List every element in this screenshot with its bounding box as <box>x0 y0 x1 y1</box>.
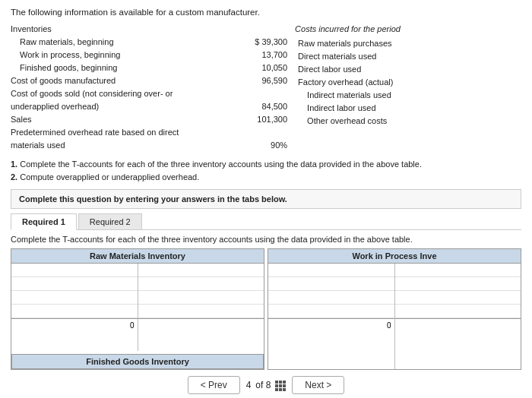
t-account-wip: Work in Process Inve 0 <box>268 248 521 370</box>
tab-required-1[interactable]: Required 1 <box>11 213 77 230</box>
item-label-1: Raw materials, beginning <box>11 36 234 49</box>
left-item-2: Work in process, beginning 13,700 <box>11 49 287 62</box>
left-item-3: Finished goods, beginning 10,050 <box>11 62 287 74</box>
t-row[interactable] <box>395 291 521 305</box>
item-value-4: 96,590 <box>234 74 287 87</box>
next-button[interactable]: Next > <box>292 376 344 394</box>
item-value-3: 10,050 <box>234 62 287 74</box>
left-item-4: Cost of goods manufactured 96,590 <box>11 74 287 87</box>
right-item-5: Indirect labor used <box>295 102 521 115</box>
item-value-5 <box>234 87 287 100</box>
right-section-title: Costs incurred for the period <box>295 23 521 36</box>
t-row[interactable] <box>138 305 264 318</box>
right-item-1: Direct materials used <box>295 50 521 63</box>
left-item-7: Sales 101,300 <box>11 113 287 126</box>
item-label-8: Predetermined overhead rate based on dir… <box>11 126 234 139</box>
right-column: Costs incurred for the period Raw materi… <box>287 23 521 152</box>
tab-description: Complete the T-accounts for each of the … <box>11 235 521 244</box>
t-account-wip-title: Work in Process Inve <box>268 249 521 264</box>
page-total: of 8 <box>255 380 271 390</box>
t-row[interactable] <box>268 305 394 318</box>
left-column: Inventories Raw materials, beginning $ 3… <box>11 23 287 152</box>
left-item-5: Cost of goods sold (not considering over… <box>11 87 287 100</box>
tab-required-2[interactable]: Required 2 <box>78 213 142 229</box>
t-account-wip-body: 0 <box>268 264 521 369</box>
item-value-0 <box>234 23 287 36</box>
t-row[interactable] <box>138 264 264 277</box>
t-row-bottom <box>395 318 521 332</box>
item-value-9: 90% <box>234 139 287 152</box>
t-accounts-area: Raw Materials Inventory 0 Finished <box>11 248 521 370</box>
item-value-1: $ 39,300 <box>234 36 287 49</box>
item-label-3: Finished goods, beginning <box>11 62 234 74</box>
left-item-1: Raw materials, beginning $ 39,300 <box>11 36 287 49</box>
question-box: Complete this question by entering your … <box>11 189 521 209</box>
item-value-2: 13,700 <box>234 49 287 62</box>
left-item-9: materials used 90% <box>11 139 287 152</box>
bottom-nav: < Prev 4 of 8 Next > <box>11 370 521 397</box>
intro-text: The following information is available f… <box>11 8 521 17</box>
right-item-3: Factory overhead (actual) <box>295 76 521 89</box>
page-current: 4 <box>246 380 252 390</box>
t-row[interactable] <box>138 277 264 291</box>
prev-button[interactable]: < Prev <box>188 376 240 394</box>
tabs-row: Required 1 Required 2 <box>11 213 521 230</box>
item-value-6: 84,500 <box>234 100 287 113</box>
item-label-0: Inventories <box>11 23 234 36</box>
page-info: 4 of 8 <box>246 380 287 391</box>
t-row[interactable] <box>11 305 138 318</box>
t-row-bottom[interactable]: 0 <box>268 318 394 332</box>
t-row[interactable] <box>395 305 521 318</box>
t-row[interactable] <box>11 291 138 305</box>
right-item-0: Raw materials purchases <box>295 37 521 50</box>
t-col-left-raw: 0 <box>11 264 138 351</box>
right-item-2: Direct labor used <box>295 63 521 76</box>
t-row[interactable] <box>268 277 394 291</box>
t-row[interactable] <box>268 264 394 277</box>
t-account-raw-materials-title: Raw Materials Inventory <box>11 249 264 264</box>
item-label-7: Sales <box>11 113 234 126</box>
item-label-4: Cost of goods manufactured <box>11 74 234 87</box>
t-col-right-raw <box>138 264 264 351</box>
item-label-9: materials used <box>11 139 234 152</box>
instructions: 1. Complete the T-accounts for each of t… <box>11 158 521 183</box>
item-label-2: Work in process, beginning <box>11 49 234 62</box>
instruction-2: 2. Compute overapplied or underapplied o… <box>11 171 521 184</box>
item-label-6: underapplied overhead) <box>11 100 234 113</box>
data-section: Inventories Raw materials, beginning $ 3… <box>11 23 521 152</box>
t-account-raw-materials: Raw Materials Inventory 0 Finished <box>11 248 264 370</box>
t-row[interactable] <box>395 277 521 291</box>
left-item-8: Predetermined overhead rate based on dir… <box>11 126 287 139</box>
right-item-6: Other overhead costs <box>295 115 521 128</box>
t-col-right-wip <box>395 264 521 369</box>
t-row[interactable] <box>138 291 264 305</box>
t-row-bottom <box>138 318 264 332</box>
t-account-raw-materials-body: 0 <box>11 264 264 351</box>
t-row[interactable] <box>395 264 521 277</box>
instruction-1: 1. Complete the T-accounts for each of t… <box>11 158 521 171</box>
t-row-bottom[interactable]: 0 <box>11 318 138 332</box>
t-row[interactable] <box>268 291 394 305</box>
item-value-8 <box>234 126 287 139</box>
t-row[interactable] <box>11 264 138 277</box>
item-label-5: Cost of goods sold (not considering over… <box>11 87 234 100</box>
left-item-6: underapplied overhead) 84,500 <box>11 100 287 113</box>
right-item-4: Indirect materials used <box>295 89 521 102</box>
item-value-7: 101,300 <box>234 113 287 126</box>
finished-goods-label: Finished Goods Inventory <box>11 354 264 369</box>
t-col-left-wip: 0 <box>268 264 395 369</box>
left-item-0: Inventories <box>11 23 287 36</box>
grid-icon[interactable] <box>275 380 286 391</box>
t-row[interactable] <box>11 277 138 291</box>
